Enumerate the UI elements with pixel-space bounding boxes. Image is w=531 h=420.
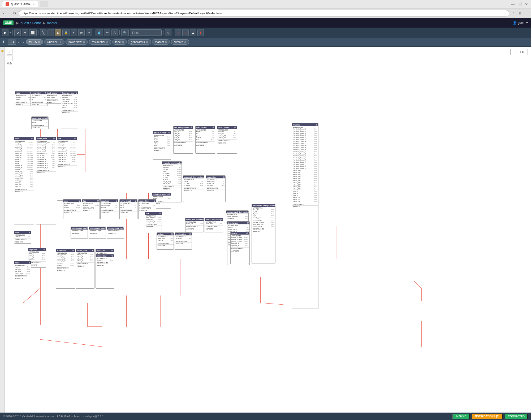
node-card-node1[interactable]: node ◎ ATTRIBUTES timelinebool namestr C… <box>15 91 32 106</box>
node-card-link-mid[interactable]: link ◎ ATTRIBUTES phasesenum CONSTRAINTS… <box>82 199 100 219</box>
node-card-transformer-config[interactable]: transformer_configuration ◎ ATTRIBUTES R… <box>252 204 275 263</box>
tab-market-close-icon[interactable]: ⊗ <box>165 41 167 44</box>
erase-button[interactable]: ✏ <box>104 29 110 36</box>
grid-button[interactable]: ⊞ <box>55 29 61 36</box>
node-card-trust-check[interactable]: trust_check ◎ ATTRIBUTES trust_namestr C… <box>46 91 63 104</box>
minimize-button[interactable]: — <box>510 2 515 7</box>
lock-button[interactable]: 🔒 <box>62 29 70 36</box>
eye-button[interactable]: ◎ <box>78 29 85 36</box>
close-button[interactable]: ✕ <box>524 2 529 7</box>
node-card-powerflow-object[interactable]: powerflow_object ◎ ATTRIBUTES namestr CO… <box>31 116 49 129</box>
node-card-load-tracker[interactable]: load_tracker ◎ ATTRIBUTES targetstr file… <box>195 126 215 154</box>
tab-gridlabd[interactable]: GridlabD ⊗ <box>44 39 64 45</box>
back-button[interactable]: ‹ <box>2 11 6 16</box>
forward-button[interactable]: › <box>7 11 11 16</box>
arrow-down-left-button[interactable]: ◁ <box>175 29 181 36</box>
side-plus-icon[interactable]: + <box>1 53 4 57</box>
tab-climate[interactable]: climate ⊗ <box>171 39 189 45</box>
node-card-right-panel[interactable]: MISSING ◎ ATTRIBUTES Nominal_Class_60flo… <box>292 123 318 309</box>
undo-button[interactable]: ↩ <box>71 29 77 36</box>
target-button[interactable]: ⊙ <box>14 29 21 36</box>
tab-close-icon[interactable]: × <box>33 3 34 6</box>
filter-button[interactable]: FILTER <box>510 49 528 55</box>
plane-button[interactable]: ✈ <box>86 29 92 36</box>
node-card-extra-object[interactable]: extra_object ◎ ATTRIBUTES la_Bstr la_Sst… <box>119 199 137 219</box>
breadcrumb-project[interactable]: guest / Demo <box>20 21 41 25</box>
node-card-biloss-node[interactable]: biloss_node ◎ ATTRIBUTES performance_tim… <box>36 137 56 224</box>
tab-gridlabd-close-icon[interactable]: ⊗ <box>59 41 62 44</box>
search-input[interactable] <box>130 29 162 36</box>
node-card-switch[interactable]: switch ◎ ATTRIBUTES phase_A_stateenum ph… <box>230 232 249 264</box>
url-bar[interactable] <box>19 10 509 16</box>
tab-market[interactable]: market ⊗ <box>152 39 170 45</box>
node-card-sectionalizer[interactable]: sectionalizer ◎ ATTRIBUTES op_countint C… <box>175 232 192 250</box>
tab-climate-close-icon[interactable]: ⊗ <box>184 41 186 44</box>
node-card-biloss-line-config[interactable]: biloss_line_configuration ◎ ATTRIBUTES c… <box>205 218 223 232</box>
crosshair-button[interactable]: ✛ <box>22 29 28 36</box>
node-card-overhead-line-conductor[interactable]: overhead_line_conductor ◎ ATTRIBUTES nam… <box>183 175 204 202</box>
notifications-badge[interactable]: NOTIFICATIONS [0] <box>472 414 503 419</box>
line-button[interactable]: ╲ <box>40 29 46 36</box>
layout-button[interactable]: ⬜ <box>29 29 37 36</box>
play-button[interactable]: ▶ <box>2 29 8 36</box>
add-tab-button[interactable]: + <box>2 39 5 45</box>
node-card-node-bl[interactable]: node ◎ ATTRIBUTES voltagestr CONSTRAINTS… <box>14 231 31 244</box>
list-view-button[interactable]: ☰ ▾ <box>8 40 16 45</box>
bookmark-icon[interactable]: ☆ <box>511 11 516 16</box>
node-card-underground-line3[interactable]: underground_line ◎ CONSTRAINTS ASPECTS <box>107 227 124 239</box>
extensions-icon[interactable]: ⊞ <box>517 11 523 16</box>
node-card-triplex-meter[interactable]: triplex_meter ◎ ATTRIBUTES bustypeAC bus… <box>217 126 237 154</box>
node-card-big-node[interactable]: node ◎ ATTRIBUTES bustypeenum nominal_vf… <box>14 137 34 224</box>
tab-tape[interactable]: tape ⊗ <box>112 39 127 45</box>
diamond-left-button[interactable]: ◇ <box>165 29 171 36</box>
node-card-biloss-line-conductor[interactable]: biloss_line_conductor ◎ ATTRIBUTES bilos… <box>185 218 204 232</box>
tabs-next-button[interactable]: › <box>21 40 25 44</box>
connected-badge[interactable]: CONNECTED <box>505 414 528 419</box>
node-card-substation[interactable]: substation ◎ ATTRIBUTES base_powerfloat … <box>56 249 75 289</box>
node-card-underground-line1[interactable]: underground_line ◎ CONSTRAINTS ASPECTS <box>71 227 88 239</box>
node-card-line-configuration[interactable]: line_configuration ◎ ATTRIBUTES z11_ACfl… <box>173 126 193 154</box>
tabs-prev-button[interactable]: ‹ <box>17 40 21 44</box>
new-tab-button[interactable] <box>40 1 48 7</box>
node-card-recloser[interactable]: recloser ◎ ATTRIBUTES retry_timefloat ma… <box>157 232 174 250</box>
canvas-area[interactable]: + − 0.4x FILTER <box>5 47 531 413</box>
node-card-node-bottom[interactable]: node ◎ ATTRIBUTES eq_lowfloat eq_highflo… <box>14 261 31 286</box>
maximize-button[interactable]: ⬜ <box>517 2 522 7</box>
tab-residential-close-icon[interactable]: ⊗ <box>106 41 108 44</box>
node-card-underground-line2[interactable]: underground_line ◎ CONSTRAINTS ASPECTS <box>89 227 106 239</box>
user-dropdown-icon[interactable]: ▾ <box>526 21 528 25</box>
in-sync-badge[interactable]: IN SYNC <box>452 414 470 419</box>
node-card-biloss-node2[interactable]: biloss_node ◎ ATTRIBUTES biloss_vfloat b… <box>76 249 94 289</box>
node-card-node-mid1[interactable]: node ◎ ATTRIBUTES bilossbool phasesenum … <box>63 199 81 219</box>
arrow-up-solid-button[interactable]: ▲ <box>190 29 196 36</box>
node-card-regulator[interactable]: regulator ◎ ATTRIBUTES sense_nodestr con… <box>100 199 118 219</box>
node-card-fuse[interactable]: fuse ◎ ATTRIBUTES max_currentfloat mean_… <box>145 212 162 233</box>
arrow-up-button[interactable]: △ <box>182 29 189 36</box>
tab-residential[interactable]: residential ⊗ <box>89 39 111 45</box>
menu-icon[interactable]: ☰ <box>524 11 529 16</box>
node-card-link[interactable]: link ◎ ATTRIBUTES in_servicebool power_i… <box>57 137 77 201</box>
reload-button[interactable]: ↻ <box>12 11 17 16</box>
breadcrumb-branch[interactable]: master <box>47 21 58 25</box>
side-minus-icon[interactable]: − <box>1 58 4 62</box>
search-button[interactable]: 🔍 <box>121 29 129 36</box>
tab-meta[interactable]: META ⊗ <box>26 39 43 45</box>
node-card-frequency-gen[interactable]: frequency_gen ◎ ATTRIBUTES bustypestr be… <box>61 91 78 128</box>
zoom-out-button[interactable]: − <box>7 55 13 61</box>
tab-powerflow-close-icon[interactable]: ⊗ <box>83 41 85 44</box>
node-card-currentlimit[interactable]: currentlimit ◎ ATTRIBUTES namebool idstr… <box>31 91 48 106</box>
tab-meta-close-icon[interactable]: ⊗ <box>38 41 40 44</box>
tab-tape-close-icon[interactable]: ⊗ <box>122 41 124 44</box>
tab-powerflow[interactable]: powerflow ⊗ <box>66 39 88 45</box>
paint-button[interactable]: 💧 <box>96 29 103 36</box>
node-card-biloss-link2[interactable]: biloss_link2 ◎ ATTRIBUTES biloss_3float … <box>96 254 114 274</box>
browser-tab[interactable]: G guest / Demo × <box>2 1 38 7</box>
text-button[interactable]: A <box>111 29 118 36</box>
zoom-in-button[interactable]: + <box>7 49 13 55</box>
tab-generators-close-icon[interactable]: ⊗ <box>146 41 148 44</box>
tab-generators[interactable]: generators ⊗ <box>128 39 151 45</box>
arrow-up-alt-button[interactable]: ⬆ <box>197 29 204 36</box>
corner-button[interactable]: ⌐ <box>48 29 54 36</box>
node-card-power-metrics[interactable]: power_metrics ◎ ATTRIBUTES SAIFIfloat SA… <box>153 131 171 160</box>
node-card-connection[interactable]: connection ◎ ATTRIBUTES source_currstr t… <box>206 175 226 202</box>
